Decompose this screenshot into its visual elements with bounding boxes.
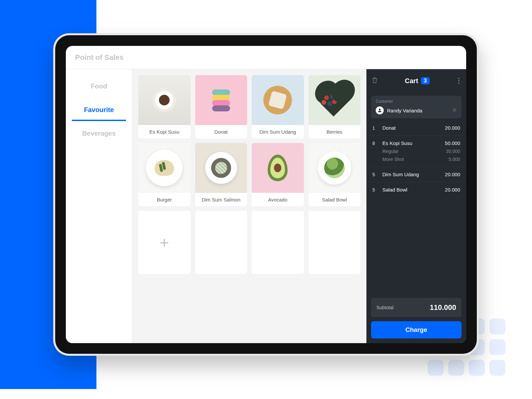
cart-more-button[interactable] <box>457 76 461 85</box>
product-tile[interactable]: Burger <box>138 143 191 206</box>
empty-tile <box>252 211 304 274</box>
add-product-tile[interactable]: + <box>138 211 191 274</box>
macaron-icon <box>212 89 230 111</box>
cart-item[interactable]: 8 Es Kopi Susu 50.000 Regular20.000 More… <box>366 136 466 167</box>
customer-name: Randy Varianda <box>387 108 449 113</box>
product-tile[interactable]: Dim Sum Salmon <box>195 143 247 206</box>
app-screen: Point of Sales Food Favourite Beverages … <box>66 46 466 343</box>
tablet-frame: Point of Sales Food Favourite Beverages … <box>53 33 479 356</box>
item-name: Salad Bowl <box>382 187 440 193</box>
product-image <box>252 143 304 193</box>
cart-title: Cart <box>405 77 418 85</box>
salad-icon <box>318 151 351 185</box>
product-tile[interactable]: Salad Bowl <box>309 143 361 206</box>
subtotal-label: Subtotal <box>376 305 430 310</box>
main-area: Food Favourite Beverages Es Kopi Susu D <box>66 69 466 343</box>
close-icon <box>452 108 457 112</box>
item-modifier-price: 5.000 <box>449 157 460 162</box>
item-qty: 1 <box>372 125 378 131</box>
empty-tile <box>309 211 361 274</box>
product-tile[interactable]: Dim Sum Udang <box>252 75 304 138</box>
product-image <box>195 143 247 193</box>
user-icon <box>377 108 382 113</box>
burger-icon <box>146 150 183 186</box>
trash-icon <box>372 77 378 83</box>
item-qty: 5 <box>372 187 378 193</box>
avocado-icon <box>268 155 288 181</box>
product-label: Salad Bowl <box>309 193 361 206</box>
more-icon <box>458 78 460 79</box>
product-label: Berries <box>309 125 361 138</box>
product-tile[interactable]: Berries <box>309 75 361 138</box>
category-sidebar: Food Favourite Beverages <box>66 69 132 343</box>
app-title: Point of Sales <box>75 53 123 62</box>
product-image <box>252 75 304 125</box>
product-image <box>309 143 361 193</box>
product-label: Burger <box>138 193 191 206</box>
item-price: 50.000 <box>445 140 460 146</box>
product-label: Donat <box>195 125 247 138</box>
product-label: Avocado <box>252 193 304 206</box>
cart-item[interactable]: 1 Donat 20.000 <box>366 120 466 136</box>
svg-point-0 <box>379 109 380 110</box>
item-price: 20.000 <box>445 125 460 131</box>
subtotal-row: Subtotal 110.000 <box>371 298 462 317</box>
coffee-cup-icon <box>153 88 176 112</box>
category-favourite[interactable]: Favourite <box>72 99 126 121</box>
dimsum-salmon-icon <box>205 152 237 184</box>
customer-label: Customer <box>371 96 462 105</box>
product-image <box>309 75 361 125</box>
subtotal-value: 110.000 <box>430 303 456 312</box>
cart-count-badge: 3 <box>421 77 430 84</box>
product-grid: Es Kopi Susu Donat Dim Sum Udang <box>132 69 366 343</box>
topbar: Point of Sales <box>66 46 466 69</box>
plus-icon: + <box>160 233 169 252</box>
product-tile[interactable]: Es Kopi Susu <box>138 75 191 138</box>
cart-panel: Cart 3 Customer Randy V <box>366 69 466 343</box>
cart-item[interactable]: 5 Salad Bowl 20.000 <box>366 182 466 197</box>
category-food[interactable]: Food <box>72 75 126 97</box>
product-tile[interactable]: Avocado <box>252 143 304 206</box>
item-name: Es Kopi Susu <box>382 140 440 146</box>
product-tile[interactable]: Donat <box>195 75 247 138</box>
item-qty: 8 <box>372 141 378 146</box>
item-modifier-price: 20.000 <box>446 149 460 154</box>
product-label: Dim Sum Udang <box>252 125 304 138</box>
clear-cart-button[interactable] <box>372 77 378 85</box>
product-label: Dim Sum Salmon <box>195 193 247 206</box>
product-image <box>195 75 247 125</box>
item-name: Dim Sum Udang <box>382 172 440 177</box>
avatar <box>376 106 384 114</box>
product-image <box>138 75 191 125</box>
berries-icon <box>318 84 351 117</box>
cart-items-list: 1 Donat 20.000 8 Es Kopi Susu 50.000 <box>366 118 466 293</box>
product-label: Es Kopi Susu <box>138 125 191 138</box>
item-modifier: Regular <box>382 149 446 154</box>
cart-item[interactable]: 5 Dim Sum Udang 20.000 <box>366 167 466 182</box>
customer-selector[interactable]: Customer Randy Varianda <box>371 96 462 118</box>
item-name: Donat <box>382 125 440 131</box>
item-price: 20.000 <box>445 187 460 193</box>
charge-button[interactable]: Charge <box>371 321 462 338</box>
item-modifier: More Shot <box>382 157 449 162</box>
cart-footer: Subtotal 110.000 Charge <box>366 293 466 343</box>
item-price: 20.000 <box>445 172 460 177</box>
remove-customer-button[interactable] <box>452 107 457 114</box>
product-image <box>138 143 191 193</box>
category-beverages[interactable]: Beverages <box>72 122 126 145</box>
cart-header: Cart 3 <box>366 69 466 92</box>
dimsum-icon <box>263 86 292 114</box>
empty-tile <box>195 211 247 274</box>
item-qty: 5 <box>372 172 378 177</box>
